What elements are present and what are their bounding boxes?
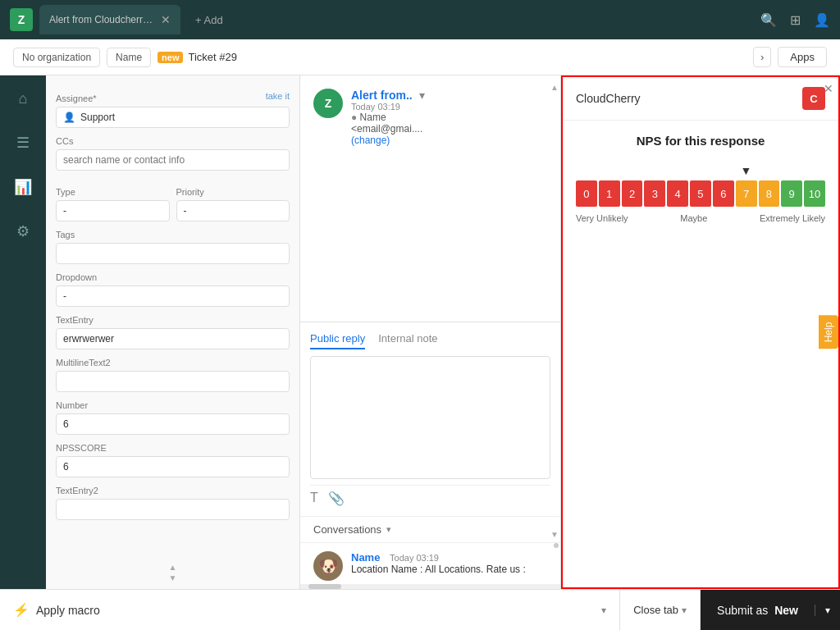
dropdown-select[interactable]: - [56,285,290,307]
bottom-scroll-arrows [554,543,559,548]
nps-num-10[interactable]: 10 [804,180,825,207]
nps-num-6[interactable]: 6 [713,180,734,207]
internal-note-tab[interactable]: Internal note [378,332,437,349]
nps-num-2[interactable]: 2 [622,180,643,207]
ccs-input[interactable] [56,149,290,171]
nps-label-very-unlikely: Very Unlikely [576,213,628,223]
assignee-field[interactable]: 👤 Support [56,107,290,128]
priority-select[interactable]: - [176,200,290,221]
nps-num-7[interactable]: 7 [736,180,757,207]
inbox-icon[interactable]: ☰ [11,129,34,157]
nps-scale-container: ▼ 012345678910 [576,164,825,207]
reply-area: Public reply Internal note T 📎 [300,322,560,516]
settings-icon[interactable]: ⚙ [11,217,34,245]
add-tab-button[interactable]: + Add [187,11,231,30]
nps-num-5[interactable]: 5 [690,180,711,207]
middle-scroll-down: ▼ [550,527,559,540]
search-icon[interactable]: 🔍 [760,12,777,28]
macro-icon: ⚡ [13,602,30,618]
tags-label: Tags [56,230,290,240]
conversation-item: 🐶 Name Today 03:19 Location Name : All L… [300,542,560,589]
nps-num-3[interactable]: 3 [644,180,665,207]
close-tab-arrow[interactable]: ▾ [682,605,687,616]
user-icon[interactable]: 👤 [814,12,830,28]
take-it-link[interactable]: take it [266,91,290,101]
npsscore-input[interactable] [56,456,290,477]
nps-label-maybe: Maybe [680,213,707,223]
nps-num-0[interactable]: 0 [576,180,597,207]
tags-input[interactable] [56,243,290,264]
dropdown-label: Dropdown [56,272,290,282]
type-select[interactable]: - [56,200,170,221]
type-priority-row: Type - Priority - [56,179,290,221]
help-button[interactable]: Help [819,316,838,349]
expand-icon[interactable]: ▾ [419,89,425,102]
reply-textarea[interactable] [310,356,550,479]
message-area: Z Alert from.. ▾ Today 03:19 ● Name <ema… [300,75,560,322]
active-tab[interactable]: Alert from Cloudcherry – Tic... ✕ [39,5,180,34]
bottom-bar: ⚡ Apply macro ▾ Close tab ▾ Submit as Ne… [0,589,840,630]
message-header: Z Alert from.. ▾ Today 03:19 ● Name <ema… [313,89,547,146]
nps-num-8[interactable]: 8 [759,180,780,207]
nps-label-extremely-likely: Extremely Likely [760,213,825,223]
submit-arrow-icon[interactable]: ▾ [815,605,840,616]
nps-num-1[interactable]: 1 [599,180,620,207]
multiline-input[interactable] [56,371,290,392]
conversations-label: Conversations [313,523,381,536]
name-breadcrumb[interactable]: Name [107,48,151,67]
tab-close-icon[interactable]: ✕ [161,13,171,26]
message-meta: Alert from.. ▾ Today 03:19 ● Name <email… [351,89,547,146]
priority-label: Priority [176,187,290,197]
chart-icon[interactable]: 📊 [9,173,37,201]
top-right-icons: 🔍 ⊞ 👤 [760,12,830,28]
message-from-email: <email@gmai.... [351,123,547,135]
textentry-input[interactable] [56,328,290,349]
npsscore-label: NPSSCORE [56,443,290,453]
number-input[interactable] [56,413,290,435]
left-panel: Assignee* take it 👤 Support CCs Type - P… [46,75,300,589]
nps-num-9[interactable]: 9 [781,180,802,207]
grid-icon[interactable]: ⊞ [790,12,801,28]
submit-button[interactable]: Submit as New ▾ [701,590,840,630]
home-icon[interactable]: ⌂ [14,85,33,112]
attachment-icon[interactable]: 📎 [328,491,345,506]
type-label: Type [56,187,170,197]
conv-text: Location Name : All Locations. Rate us : [351,564,526,575]
new-badge: new [158,52,183,63]
conv-avatar: 🐶 [313,551,343,581]
right-panel: CloudCherry C ✕ NPS for this response ▼ … [561,75,840,589]
horizontal-scrollbar [300,584,560,589]
message-from: ● Name [351,112,547,123]
person-icon: 👤 [63,112,75,123]
public-reply-tab[interactable]: Public reply [310,332,365,349]
textentry2-label: TextEntry2 [56,486,290,495]
logo-icon: Z [10,8,33,31]
no-org-breadcrumb[interactable]: No organization [13,48,100,67]
multiline-label: MultilineText2 [56,358,290,368]
close-tab-button[interactable]: Close tab ▾ [620,590,701,630]
cloudcherry-logo-text: CloudCherry [576,92,641,105]
macro-dropdown-arrow[interactable]: ▾ [601,605,606,616]
top-bar: Z Alert from Cloudcherry – Tic... ✕ + Ad… [0,0,840,39]
nps-section: NPS for this response ▼ 012345678910 Ver… [563,121,838,236]
panel-close-button[interactable]: ✕ [824,82,833,95]
number-label: Number [56,400,290,410]
scroll-down-icon: ▼ [169,573,177,582]
conversations-bar[interactable]: Conversations ▾ [300,516,560,542]
textentry2-input[interactable] [56,499,290,520]
change-link[interactable]: (change) [351,135,547,146]
sub-header-right: › Apps [753,47,827,67]
text-format-icon[interactable]: T [310,491,318,506]
apply-macro-label: Apply macro [36,604,595,617]
assignee-row: Assignee* take it [56,85,290,107]
sender-avatar: Z [313,89,343,118]
apps-button[interactable]: Apps [778,47,827,67]
ccs-label: CCs [56,136,290,146]
nps-scale: 012345678910 [576,180,825,207]
nps-labels: Very Unlikely Maybe Extremely Likely [576,213,825,223]
main-content: ⌂ ☰ 📊 ⚙ Assignee* take it 👤 Support CCs … [0,75,840,589]
message-from-name: Name [360,112,386,123]
submit-main-label: Submit as New [701,604,815,617]
nav-forward-button[interactable]: › [753,47,771,67]
nps-num-4[interactable]: 4 [667,180,688,207]
